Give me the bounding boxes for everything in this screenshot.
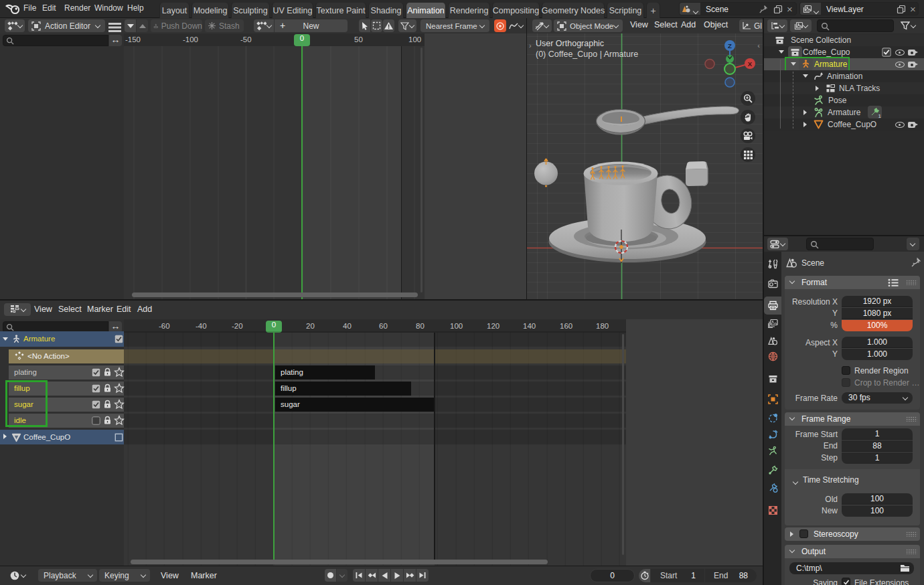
svg-text:Z: Z bbox=[728, 42, 732, 50]
svg-text:X: X bbox=[748, 60, 753, 68]
